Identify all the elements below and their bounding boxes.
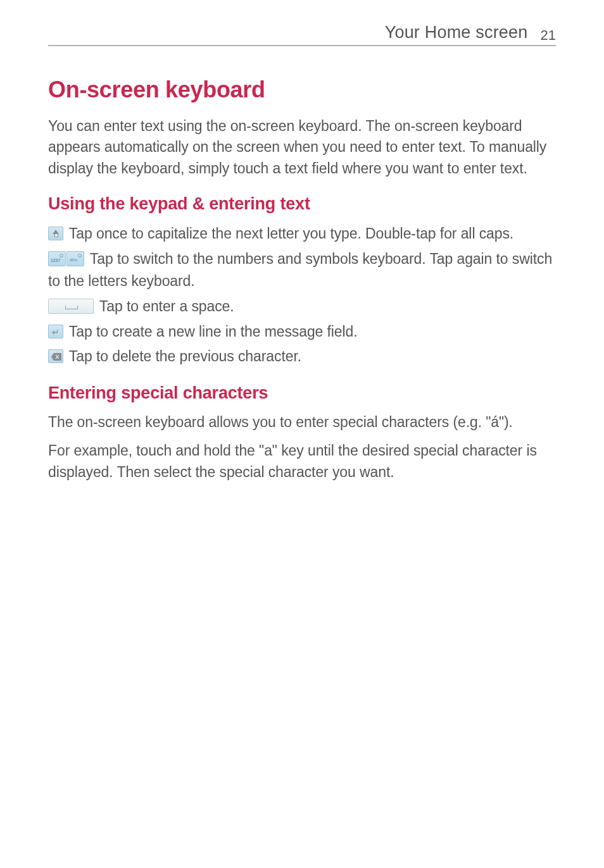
keypad-instructions-list: Tap once to capitalize the next letter y…	[48, 223, 556, 368]
special-characters-p2: For example, touch and hold the "a" key …	[48, 440, 556, 483]
abc-key-icon	[66, 251, 84, 266]
instruction-space: Tap to enter a space.	[48, 295, 556, 318]
page-header: Your Home screen 21	[48, 23, 556, 46]
instruction-space-text: Tap to enter a space.	[96, 298, 234, 314]
shift-key-icon	[48, 226, 63, 240]
instruction-numsym-text: Tap to switch to the numbers and symbols…	[48, 251, 552, 290]
instruction-delete-text: Tap to delete the previous character.	[65, 348, 301, 364]
special-characters-p1: The on-screen keyboard allows you to ent…	[48, 412, 556, 433]
instruction-shift: Tap once to capitalize the next letter y…	[48, 223, 556, 245]
heading-onscreen-keyboard: On-screen keyboard	[48, 77, 556, 103]
numbers-key-icon	[48, 251, 66, 266]
subheading-special-characters: Entering special characters	[48, 383, 556, 403]
intro-paragraph: You can enter text using the on-screen k…	[48, 116, 556, 179]
instruction-shift-text: Tap once to capitalize the next letter y…	[65, 225, 513, 242]
page-number: 21	[541, 27, 556, 44]
instruction-enter: Tap to create a new line in the message …	[48, 321, 556, 344]
instruction-enter-text: Tap to create a new line in the message …	[65, 323, 358, 340]
instruction-delete: Tap to delete the previous character.	[48, 345, 556, 368]
header-title: Your Home screen	[385, 23, 528, 42]
delete-key-icon	[48, 349, 63, 363]
space-key-icon	[48, 299, 94, 314]
subheading-using-keypad: Using the keypad & entering text	[48, 194, 556, 214]
instruction-numsym: Tap to switch to the numbers and symbols…	[48, 248, 556, 293]
page-container: Your Home screen 21 On-screen keyboard Y…	[0, 0, 604, 483]
enter-key-icon	[48, 325, 63, 338]
